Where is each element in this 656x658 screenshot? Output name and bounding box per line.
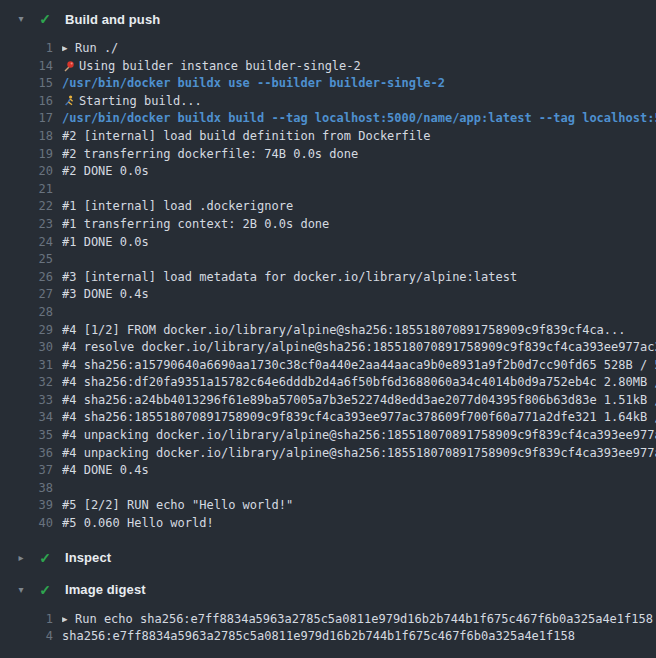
- log-line[interactable]: 25: [0, 251, 656, 269]
- pushpin-emoji: [62, 60, 76, 72]
- log-line[interactable]: 30#4 resolve docker.io/library/alpine@sh…: [0, 339, 656, 357]
- log-line[interactable]: 35#4 unpacking docker.io/library/alpine@…: [0, 427, 656, 445]
- section-title: Build and push: [65, 12, 160, 27]
- log-line[interactable]: 22#1 [internal] load .dockerignore: [0, 198, 656, 216]
- line-content: #4 sha256:df20fa9351a15782c64e6dddb2d4a6…: [62, 374, 656, 392]
- line-number[interactable]: 24: [0, 234, 53, 252]
- log-line[interactable]: 37#4 DONE 0.4s: [0, 462, 656, 480]
- line-number[interactable]: 34: [0, 409, 53, 427]
- line-text: #2 DONE 0.0s: [62, 164, 149, 178]
- group-arrow-icon[interactable]: ▶: [62, 40, 75, 58]
- log-line[interactable]: 1▶Run echo sha256:e7ff8834a5963a2785c5a0…: [0, 611, 656, 629]
- line-number[interactable]: 35: [0, 427, 53, 445]
- line-number[interactable]: 21: [0, 181, 53, 199]
- line-number[interactable]: 15: [0, 75, 53, 93]
- line-number[interactable]: 23: [0, 216, 53, 234]
- line-number[interactable]: 28: [0, 304, 53, 322]
- line-number[interactable]: 39: [0, 497, 53, 515]
- line-text: Run ./: [75, 41, 118, 55]
- log-lines-image-digest: 1▶Run echo sha256:e7ff8834a5963a2785c5a0…: [0, 611, 656, 646]
- chevron-right-icon[interactable]: ▸: [14, 553, 28, 563]
- section-header-inspect[interactable]: ▸✓Inspect: [0, 544, 656, 572]
- log-line[interactable]: 27#3 DONE 0.4s: [0, 286, 656, 304]
- line-content: #2 DONE 0.0s: [62, 163, 656, 181]
- log-line[interactable]: 19#2 transferring dockerfile: 74B 0.0s d…: [0, 146, 656, 164]
- line-content: #1 transferring context: 2B 0.0s done: [62, 216, 656, 234]
- log-line[interactable]: 33#4 sha256:a24bb4013296f61e89ba57005a7b…: [0, 392, 656, 410]
- line-content: [62, 181, 656, 199]
- line-text: #4 unpacking docker.io/library/alpine@sh…: [62, 446, 656, 460]
- section-title: Image digest: [65, 582, 146, 597]
- log-line[interactable]: 40#5 0.060 Hello world!: [0, 515, 656, 533]
- line-number[interactable]: 36: [0, 445, 53, 463]
- line-number[interactable]: 1: [0, 40, 53, 58]
- line-number[interactable]: 38: [0, 480, 53, 498]
- line-content: [62, 480, 656, 498]
- line-content: sha256:e7ff8834a5963a2785c5a0811e979d16b…: [62, 628, 656, 646]
- line-number[interactable]: 31: [0, 357, 53, 375]
- log-line[interactable]: 24#1 DONE 0.0s: [0, 234, 656, 252]
- log-line[interactable]: 26#3 [internal] load metadata for docker…: [0, 269, 656, 287]
- line-number[interactable]: 25: [0, 251, 53, 269]
- line-number[interactable]: 18: [0, 128, 53, 146]
- log-lines-build-and-push: 1▶Run ./14Using builder instance builder…: [0, 40, 656, 533]
- group-arrow-icon[interactable]: ▶: [62, 611, 75, 629]
- line-content: #4 sha256:185518070891758909c9f839cf4ca3…: [62, 409, 656, 427]
- log-line[interactable]: 17/usr/bin/docker buildx build --tag loc…: [0, 110, 656, 128]
- line-number[interactable]: 26: [0, 269, 53, 287]
- line-text: #1 [internal] load .dockerignore: [62, 199, 293, 213]
- line-number[interactable]: 32: [0, 374, 53, 392]
- line-text: #5 0.060 Hello world!: [62, 516, 214, 530]
- section-header-image-digest[interactable]: ▾✓Image digest: [0, 576, 656, 604]
- line-number[interactable]: 30: [0, 339, 53, 357]
- line-number[interactable]: 19: [0, 146, 53, 164]
- line-content: /usr/bin/docker buildx build --tag local…: [62, 110, 656, 128]
- line-content: #4 [1/2] FROM docker.io/library/alpine@s…: [62, 322, 656, 340]
- log-line[interactable]: 14Using builder instance builder-single-…: [0, 58, 656, 76]
- line-number[interactable]: 29: [0, 322, 53, 340]
- log-line[interactable]: 31#4 sha256:a15790640a6690aa1730c38cf0a4…: [0, 357, 656, 375]
- log-line[interactable]: 23#1 transferring context: 2B 0.0s done: [0, 216, 656, 234]
- log-line[interactable]: 20#2 DONE 0.0s: [0, 163, 656, 181]
- log-line[interactable]: 28: [0, 304, 656, 322]
- check-icon: ✓: [37, 551, 53, 565]
- log-line[interactable]: 38: [0, 480, 656, 498]
- line-content: ▶Run echo sha256:e7ff8834a5963a2785c5a08…: [62, 611, 656, 629]
- section-header-build-and-push[interactable]: ▾✓Build and push: [0, 5, 656, 33]
- line-text: #4 sha256:a24bb4013296f61e89ba57005a7b3e…: [62, 393, 656, 407]
- line-number[interactable]: 17: [0, 110, 53, 128]
- log-line[interactable]: 21: [0, 181, 656, 199]
- log-line[interactable]: 18#2 [internal] load build definition fr…: [0, 128, 656, 146]
- line-content: #4 sha256:a15790640a6690aa1730c38cf0a440…: [62, 357, 656, 375]
- chevron-down-icon[interactable]: ▾: [14, 585, 28, 595]
- log-section-inspect: ▸✓Inspect: [0, 544, 656, 572]
- log-line[interactable]: 4sha256:e7ff8834a5963a2785c5a0811e979d16…: [0, 628, 656, 646]
- line-number[interactable]: 14: [0, 58, 53, 76]
- log-line[interactable]: 36#4 unpacking docker.io/library/alpine@…: [0, 445, 656, 463]
- line-number[interactable]: 27: [0, 286, 53, 304]
- log-section-build-and-push: ▾✓Build and push1▶Run ./14Using builder …: [0, 5, 656, 533]
- line-content: Starting build...: [62, 93, 656, 111]
- log-line[interactable]: 16Starting build...: [0, 93, 656, 111]
- line-number[interactable]: 37: [0, 462, 53, 480]
- section-title: Inspect: [65, 550, 111, 565]
- log-line[interactable]: 29#4 [1/2] FROM docker.io/library/alpine…: [0, 322, 656, 340]
- log-line[interactable]: 39#5 [2/2] RUN echo "Hello world!": [0, 497, 656, 515]
- line-number[interactable]: 20: [0, 163, 53, 181]
- line-text: #2 transferring dockerfile: 74B 0.0s don…: [62, 147, 358, 161]
- log-line[interactable]: 15/usr/bin/docker buildx use --builder b…: [0, 75, 656, 93]
- log-line[interactable]: 32#4 sha256:df20fa9351a15782c64e6dddb2d4…: [0, 374, 656, 392]
- line-text: #4 DONE 0.4s: [62, 463, 149, 477]
- log-line[interactable]: 34#4 sha256:185518070891758909c9f839cf4c…: [0, 409, 656, 427]
- line-number[interactable]: 22: [0, 198, 53, 216]
- line-number[interactable]: 40: [0, 515, 53, 533]
- log-line[interactable]: 1▶Run ./: [0, 40, 656, 58]
- log-section-image-digest: ▾✓Image digest1▶Run echo sha256:e7ff8834…: [0, 576, 656, 646]
- line-content: #4 resolve docker.io/library/alpine@sha2…: [62, 339, 656, 357]
- line-number[interactable]: 16: [0, 93, 53, 111]
- line-content: #4 unpacking docker.io/library/alpine@sh…: [62, 427, 656, 445]
- line-number[interactable]: 4: [0, 628, 53, 646]
- chevron-down-icon[interactable]: ▾: [14, 14, 28, 24]
- line-number[interactable]: 33: [0, 392, 53, 410]
- line-number[interactable]: 1: [0, 611, 53, 629]
